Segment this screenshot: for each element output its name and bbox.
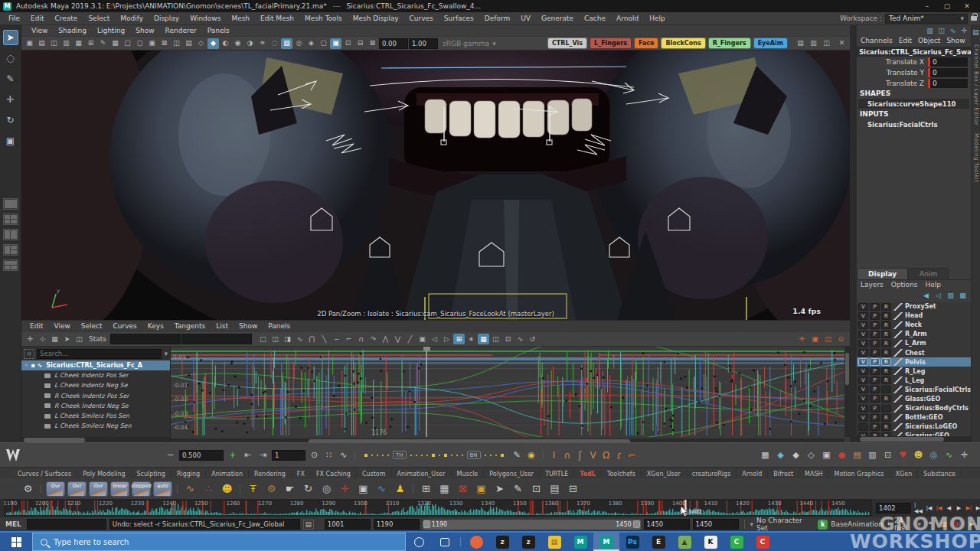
playback-toggle[interactable]: P [870, 367, 880, 375]
graph-channel-row[interactable]: R Cheek Indentz Neg Se [21, 401, 170, 411]
next-key-button[interactable]: ▶| [974, 502, 980, 514]
character-key-icon[interactable]: ♟ [392, 481, 408, 497]
panel-menu-view[interactable]: View [26, 27, 53, 34]
pencil-icon[interactable]: ✎ [511, 448, 524, 461]
move-layer-up-icon[interactable]: ◀ [921, 291, 931, 302]
graph-channel-row[interactable]: ◦▪∿Sicarius:CTRL_Sicarius_Fc_A [21, 360, 170, 370]
trackball-icon[interactable]: ◎ [318, 481, 335, 497]
prev-key-button[interactable]: |◀ [924, 502, 934, 514]
tab-display[interactable]: Display [857, 268, 908, 279]
shelf-tab-rigging[interactable]: Rigging [172, 470, 206, 478]
spline-tangent-icon[interactable]: ∿ [294, 334, 305, 344]
wireframe-icon[interactable]: ◇ [195, 38, 207, 49]
menu-surfaces[interactable]: Surfaces [439, 15, 479, 22]
export-icon[interactable]: ⊟ [565, 481, 581, 497]
shelf-tab-mash[interactable]: MASH [799, 470, 828, 478]
stats-time-field[interactable] [110, 334, 181, 344]
axis-colors-icon[interactable]: ✛ [337, 481, 353, 497]
panel-menu-show[interactable]: Show [130, 27, 159, 34]
grid-calc-icon[interactable]: ⊞ [418, 481, 434, 497]
lattice-deform-icon[interactable]: ▦ [478, 334, 489, 344]
layout-outliner-persp[interactable] [3, 244, 18, 256]
dense-grid-icon[interactable]: ▦ [436, 481, 452, 497]
visibility-toggle[interactable]: V [858, 386, 868, 393]
graph-menu-list[interactable]: List [211, 322, 234, 330]
clamped-tangent-icon[interactable]: ⋂ [306, 334, 318, 344]
script-history-icon[interactable]: ▤ [303, 520, 314, 530]
textured-icon[interactable]: ◐ [220, 38, 231, 49]
playback-toggle[interactable]: P [870, 414, 880, 422]
playback-toggle[interactable]: P [870, 340, 880, 347]
layer-from-selected-icon[interactable]: ▩ [958, 291, 968, 302]
reference-toggle[interactable]: R [881, 312, 891, 320]
attribute-value-field[interactable]: 0 [928, 79, 968, 88]
visibility-toggle[interactable]: V [858, 377, 868, 384]
taskbar-search[interactable] [32, 533, 406, 551]
menu-deform[interactable]: Deform [479, 15, 515, 22]
breakdown-icon[interactable]: ◇ [805, 448, 818, 461]
frame-center-icon[interactable]: ⊙ [835, 334, 847, 344]
menu-create[interactable]: Create [50, 15, 83, 22]
layer-row-bottle-geo[interactable]: VPRBottle:GEO [857, 413, 971, 422]
pan-zoom-tool-icon[interactable]: ✛ [796, 334, 808, 344]
script-editor-icon[interactable]: ▦ [938, 519, 949, 530]
playback-start-field[interactable] [374, 519, 420, 530]
app-maya[interactable]: M [567, 533, 593, 551]
anim-start-field[interactable] [325, 519, 371, 530]
hyperbolic-icon[interactable]: ∿ [948, 26, 958, 37]
visibility-toggle[interactable]: V [858, 349, 868, 357]
reference-toggle[interactable]: R [881, 414, 891, 422]
copy-texture-icon[interactable]: ⊡ [342, 38, 354, 49]
visibility-toggle[interactable]: V [858, 358, 868, 366]
ghost-key-dot[interactable] [364, 454, 368, 457]
layout-two-pane[interactable] [3, 229, 18, 240]
ghost-key-dot[interactable] [444, 454, 447, 457]
speed-ramp-icon[interactable]: ◫ [936, 26, 946, 37]
pick-hand-icon[interactable]: ☛ [282, 481, 298, 497]
graph-menu-curves[interactable]: Curves [108, 322, 142, 330]
ghost-key-dot[interactable] [501, 454, 504, 457]
visibility-toggle[interactable]: V [858, 405, 868, 412]
reference-toggle[interactable]: R [881, 423, 891, 431]
lights-icon[interactable]: ◉ [232, 38, 243, 49]
panel-menu-panels[interactable]: Panels [202, 27, 235, 34]
mel-label[interactable]: MEL [3, 520, 24, 528]
layer-row-r-leg[interactable]: VPRR_Leg [857, 367, 971, 376]
reference-toggle[interactable]: R [881, 340, 891, 347]
scale-tool[interactable]: ▣ [3, 133, 18, 148]
layer-row-glass-geo[interactable]: VPRGlass:GEO [857, 394, 971, 403]
reference-toggle[interactable]: R [881, 377, 891, 384]
red-x-grid-icon[interactable]: ⊠ [455, 481, 471, 497]
select-keys-icon[interactable]: ➤ [61, 334, 73, 344]
graph-menu-select[interactable]: Select [76, 322, 108, 330]
sidebar-tab-channel-box[interactable]: Channel Box / Layer Editor [973, 44, 979, 126]
playback-toggle[interactable]: P [870, 349, 880, 357]
layer-menu-help[interactable]: Help [926, 281, 942, 290]
shelf-button-auto[interactable]: auto [153, 481, 172, 497]
graph-search-input[interactable] [37, 349, 162, 359]
playback-end-field[interactable] [644, 519, 690, 530]
input-node[interactable]: Sicarius:FacialCtrls [858, 119, 969, 129]
shelf-tab-xgen-user[interactable]: XGen_User [642, 470, 687, 478]
range-start-handle[interactable] [423, 520, 430, 528]
step-back-frame-icon[interactable]: ⇤ [241, 448, 254, 461]
graph-menu-view[interactable]: View [48, 322, 75, 330]
menu-curves[interactable]: Curves [404, 15, 439, 22]
channel-menu-channels[interactable]: Channels [861, 37, 893, 47]
reference-toggle[interactable]: R [881, 367, 891, 375]
tangent-preset-4[interactable]: Ω [600, 450, 612, 461]
tangent-preset-5[interactable]: ɾ [613, 450, 626, 461]
graph-menu-show[interactable]: Show [234, 322, 263, 330]
free-weight-icon[interactable]: ╱ [404, 334, 416, 344]
open-folder-icon[interactable]: ▤ [795, 38, 806, 49]
app-explorer[interactable]: ▤ [541, 533, 567, 551]
visibility-toggle[interactable]: V [858, 331, 868, 338]
playback-toggle[interactable]: P [870, 331, 880, 338]
close-panel-icon[interactable]: ✕ [836, 38, 848, 49]
app-photos[interactable]: ▲ [671, 533, 697, 551]
current-frame-field[interactable] [876, 503, 911, 514]
visibility-toggle[interactable]: V [858, 312, 868, 320]
graph-menu-edit[interactable]: Edit [24, 322, 48, 330]
panel-menu-renderer[interactable]: Renderer [160, 27, 202, 34]
picker-button-face[interactable]: Face [634, 37, 659, 49]
